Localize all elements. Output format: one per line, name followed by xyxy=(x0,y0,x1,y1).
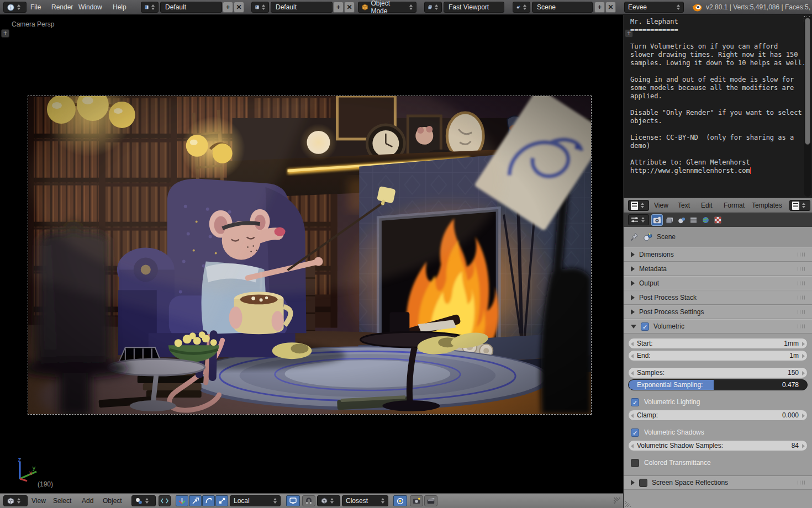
panel-grip[interactable] xyxy=(798,253,806,257)
panel-grip[interactable] xyxy=(798,282,806,285)
panel-grip[interactable] xyxy=(798,481,806,485)
volumetric-start-slider[interactable]: Start: 1mm xyxy=(628,338,808,349)
gizmo-axes-toggle[interactable] xyxy=(176,495,188,506)
mode-dropdown[interactable]: Object Mode xyxy=(358,2,416,13)
volumetric-samples-slider[interactable]: Samples: 150 xyxy=(628,367,808,378)
menu-help[interactable]: Help xyxy=(113,0,126,15)
scene-add-button[interactable]: + xyxy=(594,2,605,13)
scene-close-button[interactable]: ✕ xyxy=(605,2,616,13)
breadcrumb-scene-label[interactable]: Scene xyxy=(657,233,676,241)
layout-add-button[interactable]: + xyxy=(333,2,344,13)
panel-volumetric-header[interactable]: ✓ Volumetric xyxy=(624,319,812,334)
panel-post-process-settings[interactable]: Post Process Settings xyxy=(624,305,812,319)
clamp-slider[interactable]: Clamp: 0.000 xyxy=(628,410,808,421)
volumetric-lighting-checkbox[interactable]: ✓ xyxy=(631,398,639,406)
tab-render[interactable] xyxy=(651,214,663,226)
workspace-close-button[interactable]: ✕ xyxy=(234,2,244,13)
properties-editor: Scene Dimensions Metadata Output Post Pr… xyxy=(623,227,812,508)
proportional-edit-toggle[interactable] xyxy=(393,495,407,506)
view-layer-type-button[interactable] xyxy=(424,2,442,13)
render-camera-icon xyxy=(653,216,661,224)
menu-file[interactable]: File xyxy=(30,0,41,15)
area-resize-grip[interactable] xyxy=(614,498,621,505)
colored-transmittance-row[interactable]: Colored Transmittance xyxy=(624,456,812,469)
volumetric-checkbox[interactable]: ✓ xyxy=(641,322,649,331)
axes-icon xyxy=(178,498,186,505)
snap-toggle[interactable] xyxy=(286,495,300,506)
vp-menu-view[interactable]: View xyxy=(31,494,46,508)
scene-name-field[interactable]: Scene xyxy=(532,2,593,13)
gizmo-move-toggle[interactable] xyxy=(189,495,202,506)
mode-selector-chip[interactable] xyxy=(131,495,156,506)
menu-window[interactable]: Window xyxy=(78,0,102,15)
render-image-button[interactable] xyxy=(410,495,423,506)
layout-name-field[interactable]: Default xyxy=(271,2,333,13)
text-datablock-button[interactable] xyxy=(789,200,810,211)
tab-scene[interactable] xyxy=(676,214,687,226)
panel-output[interactable]: Output xyxy=(624,276,812,290)
tab-world[interactable] xyxy=(700,214,711,226)
svg-text:i: i xyxy=(9,4,12,10)
menu-render[interactable]: Render xyxy=(51,0,73,15)
volumetric-lighting-row[interactable]: ✓ Volumetric Lighting xyxy=(624,395,812,409)
ted-menu-text[interactable]: Text xyxy=(678,198,690,213)
layout-type-button[interactable] xyxy=(251,2,269,13)
workspace-name-field[interactable]: Default xyxy=(160,2,222,13)
editor-type-text-button[interactable] xyxy=(628,200,649,211)
props-corner-grip[interactable] xyxy=(625,500,632,507)
transform-orientation-dropdown[interactable]: Local xyxy=(230,495,281,506)
vp-menu-add[interactable]: Add xyxy=(82,494,93,508)
snap-element-chip[interactable] xyxy=(317,495,340,506)
collapse-arrow-icon xyxy=(631,480,635,485)
editor-type-3dview-button[interactable] xyxy=(3,495,28,506)
tab-view-layer[interactable] xyxy=(688,214,699,226)
gizmo-rotate-toggle[interactable] xyxy=(202,495,215,506)
move-arrow-icon xyxy=(192,498,199,504)
tab-render-layers[interactable] xyxy=(663,214,675,226)
text-scrollbar[interactable] xyxy=(804,16,811,197)
render-animation-button[interactable] xyxy=(424,495,437,506)
camera-render-region[interactable] xyxy=(28,96,592,415)
scene-type-button[interactable] xyxy=(513,2,530,13)
text-scrollbar-thumb[interactable] xyxy=(805,18,810,145)
expand-toggle-button[interactable] xyxy=(159,495,171,506)
ted-menu-format[interactable]: Format xyxy=(724,198,745,213)
editor-type-info-button[interactable]: i xyxy=(3,2,27,13)
editor-type-properties-button[interactable] xyxy=(628,214,649,225)
vp-menu-select[interactable]: Select xyxy=(53,494,71,508)
region-expand-plus[interactable]: + xyxy=(1,29,9,38)
panel-metadata[interactable]: Metadata xyxy=(624,262,812,276)
magnet-button[interactable] xyxy=(302,495,315,506)
panel-screen-space-reflections[interactable]: Screen Space Reflections xyxy=(624,475,812,490)
viewport-3d[interactable]: + Camera Persp xyxy=(0,15,623,493)
volumetric-end-slider[interactable]: End: 1m xyxy=(628,350,808,361)
exponential-sampling-slider[interactable]: Exponential Sampling: 0.478 xyxy=(628,379,808,390)
workspace-add-button[interactable]: + xyxy=(223,2,233,13)
viewport-name-field[interactable]: Fast Viewport xyxy=(444,2,504,13)
scene-icon xyxy=(516,4,520,10)
render-engine-dropdown[interactable]: Eevee xyxy=(624,2,684,13)
tab-texture[interactable] xyxy=(712,214,724,226)
volumetric-shadows-checkbox[interactable]: ✓ xyxy=(631,428,639,437)
vp-menu-object[interactable]: Object xyxy=(103,494,122,508)
svg-text:x: x xyxy=(29,469,33,477)
volumetric-shadows-row[interactable]: ✓ Volumetric Shadows xyxy=(624,426,812,439)
ted-menu-view[interactable]: View xyxy=(654,198,668,213)
snap-target-dropdown[interactable]: Closest xyxy=(342,495,388,506)
ssr-checkbox[interactable] xyxy=(639,479,647,487)
panel-grip[interactable] xyxy=(798,325,806,329)
layout-close-button[interactable]: ✕ xyxy=(344,2,355,13)
ted-menu-edit[interactable]: Edit xyxy=(701,198,713,213)
volumetric-shadow-samples-slider[interactable]: Volumetric Shadow Samples: 84 xyxy=(628,440,808,451)
panel-grip[interactable] xyxy=(798,310,806,314)
panel-grip[interactable] xyxy=(798,296,806,300)
panel-dimensions[interactable]: Dimensions xyxy=(624,247,812,262)
panel-post-process-stack[interactable]: Post Process Stack xyxy=(624,290,812,305)
ted-menu-templates[interactable]: Templates xyxy=(752,198,782,213)
workspace-type-button[interactable] xyxy=(141,2,159,13)
colored-transmittance-checkbox[interactable] xyxy=(631,459,639,467)
gizmo-scale-toggle[interactable] xyxy=(215,495,228,506)
text-editor[interactable]: + Mr. Elephant ============ Turn Volumet… xyxy=(623,15,812,198)
expand-arrow-icon xyxy=(631,325,636,329)
panel-grip[interactable] xyxy=(798,267,806,271)
